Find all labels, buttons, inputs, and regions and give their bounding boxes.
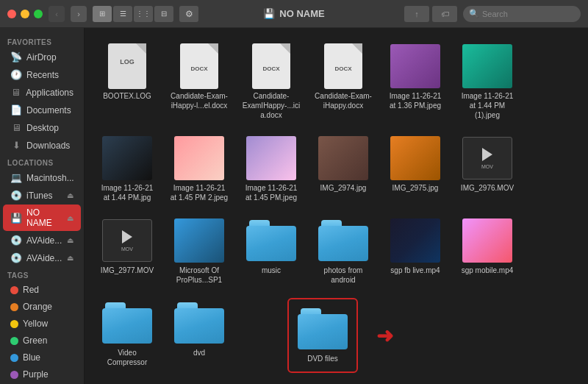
file-item-candidate1[interactable]: DOCX Candidate-Exam-iHappy-l...el.docx [167, 38, 232, 123]
file-item-sgpfb[interactable]: sgp fb live.mp4 [383, 213, 448, 288]
file-item-image1[interactable]: Image 11-26-21 at 1.36 PM.jpeg [383, 38, 448, 123]
avaide2-eject-icon: ⏏ [67, 254, 74, 262]
avaide1-icon: 💿 [10, 235, 22, 246]
file-item-dvdfiles[interactable]: DVD files ➜ [290, 301, 355, 370]
sidebar-item-tag-blue[interactable]: Blue [3, 349, 81, 366]
sidebar-item-desktop[interactable]: 🖥 Desktop [3, 119, 81, 136]
file-icon-candidate3: DOCX [317, 41, 370, 91]
folder-icon-dvd [174, 302, 224, 344]
sidebar-label-desktop: Desktop [26, 123, 59, 133]
share-action-buttons: ↑ 🏷 [404, 6, 457, 22]
tags-label: Tags [0, 267, 84, 281]
sidebar-label-applications: Applications [26, 88, 74, 98]
file-label-image4: Image 11-26-21 at 1.45 PM 2.jpeg [170, 183, 229, 202]
image-thumbnail-2975 [390, 136, 440, 180]
file-icon-image5 [245, 133, 298, 183]
image-thumbnail-1 [390, 44, 440, 88]
file-item-bootex[interactable]: LOG BOOTEX.LOG [95, 38, 159, 123]
file-item-candidate2[interactable]: DOCX Candidate-ExamIHappy-...icia.docx [239, 38, 304, 123]
folder-icon-photos [318, 220, 368, 261]
file-item-dvd[interactable]: dvd [167, 295, 232, 370]
sidebar-item-itunes[interactable]: 💿 iTunes ⏏ [3, 187, 81, 204]
minimize-button[interactable] [21, 10, 29, 18]
sidebar-label-tag-purple: Purple [23, 369, 49, 380]
sidebar-item-noname[interactable]: 💾 NO NAME ⏏ [3, 205, 81, 231]
sidebar-item-avaide1[interactable]: 💿 AVAide... ⏏ [3, 232, 81, 249]
file-icon-image3 [101, 133, 154, 183]
sidebar-item-tag-yellow[interactable]: Yellow [3, 316, 81, 332]
favorites-label: Favorites [0, 34, 84, 48]
list-view-button[interactable]: ☰ [113, 6, 132, 22]
sidebar-label-itunes: iTunes [26, 191, 53, 201]
file-item-microsoft[interactable]: Microsoft Of ProPlus...SP1 [167, 213, 232, 288]
sidebar-item-tag-green[interactable]: Green [3, 333, 81, 349]
tag-purple-dot [10, 371, 18, 379]
forward-button[interactable]: › [71, 6, 87, 22]
sidebar-label-tag-blue: Blue [23, 352, 40, 363]
file-icon-image1 [389, 41, 442, 91]
video-icon-2977: MOV [102, 219, 152, 262]
sidebar-item-tag-orange[interactable]: Orange [3, 299, 81, 315]
image-thumbnail-2974 [318, 136, 368, 180]
sidebar-item-applications[interactable]: 🖥 Applications [3, 84, 81, 101]
file-item-videocompressor[interactable]: Video Compressor [95, 295, 159, 370]
airdrop-icon: 📡 [10, 51, 22, 63]
file-icon-bootex: LOG [101, 41, 154, 91]
folder-body-photos [318, 226, 368, 261]
sidebar-item-recents[interactable]: 🕐 Recents [3, 66, 81, 83]
sidebar-item-downloads[interactable]: ⬇ Downloads [3, 137, 81, 154]
sidebar-item-airdrop[interactable]: 📡 AirDrop [3, 49, 81, 65]
file-item-image5[interactable]: Image 11-26-21 at 1.45 PM.jpeg [239, 130, 304, 205]
tags-button[interactable]: 🏷 [432, 6, 457, 22]
file-icon-img2975 [389, 133, 442, 183]
column-view-button[interactable]: ⋮⋮ [134, 6, 153, 22]
file-item-sgpmobile[interactable]: sgp mobile.mp4 [455, 213, 520, 288]
folder-body [246, 226, 296, 261]
file-item-img2975[interactable]: IMG_2975.jpg [383, 130, 448, 205]
file-label-photos: photos from android [314, 266, 373, 285]
icon-view-button[interactable]: ⊞ [93, 6, 112, 22]
play-triangle-icon [482, 148, 492, 161]
file-item-img2976[interactable]: MOV IMG_2976.MOV [455, 130, 520, 205]
share-button[interactable]: ↑ [404, 6, 429, 22]
microsoft-thumbnail [174, 218, 224, 263]
file-icon-img2974 [317, 133, 370, 183]
docx-icon: DOCX [180, 43, 218, 89]
file-label-music: music [262, 266, 281, 275]
recents-icon: 🕐 [10, 69, 22, 80]
downloads-icon: ⬇ [10, 140, 22, 151]
file-item-music[interactable]: music [239, 213, 304, 288]
tag-red-dot [10, 286, 18, 294]
traffic-lights [7, 10, 43, 18]
file-item-photos[interactable]: photos from android [311, 213, 376, 288]
file-label-img2975: IMG_2975.jpg [392, 183, 439, 193]
sidebar-label-tag-orange: Orange [23, 302, 52, 312]
maximize-button[interactable] [34, 10, 43, 18]
sidebar-item-tag-red[interactable]: Red [3, 282, 81, 298]
file-item-image4[interactable]: Image 11-26-21 at 1.45 PM 2.jpeg [167, 130, 232, 205]
search-box[interactable]: 🔍 Search [463, 6, 581, 22]
sidebar-label-tag-red: Red [23, 285, 39, 295]
desktop-icon: 🖥 [10, 122, 22, 133]
file-icon-candidate1: DOCX [173, 41, 226, 91]
back-button[interactable]: ‹ [49, 6, 65, 22]
close-button[interactable] [7, 10, 16, 18]
sidebar-item-avaide2[interactable]: 💿 AVAide... ⏏ [3, 249, 81, 266]
image-thumbnail-2 [462, 44, 512, 88]
tag-orange-dot [10, 303, 18, 311]
sidebar-item-tag-purple[interactable]: Purple [3, 366, 81, 383]
sidebar-label-avaide2: AVAide... [26, 253, 62, 263]
file-item-image2[interactable]: Image 11-26-21 at 1.44 PM (1).jpeg [455, 38, 520, 123]
action-menu-button[interactable]: ⚙ [179, 6, 198, 22]
file-item-img2977[interactable]: MOV IMG_2977.MOV [95, 213, 159, 288]
gallery-view-button[interactable]: ⊟ [154, 6, 173, 22]
sidebar-label-avaide1: AVAide... [26, 235, 62, 246]
file-item-img2974[interactable]: IMG_2974.jpg [311, 130, 376, 205]
sidebar-item-macintosh[interactable]: 💻 Macintosh... [3, 169, 81, 186]
file-item-candidate3[interactable]: DOCX Candidate-Exam-iHappy.docx [311, 38, 376, 123]
file-icon-photos [317, 216, 370, 266]
file-icon-sgpfb [389, 216, 442, 266]
folder-icon-dvdfiles [298, 308, 348, 349]
sidebar-item-documents[interactable]: 📄 Documents [3, 102, 81, 118]
file-item-image3[interactable]: Image 11-26-21 at 1.44 PM.jpg [95, 130, 159, 205]
